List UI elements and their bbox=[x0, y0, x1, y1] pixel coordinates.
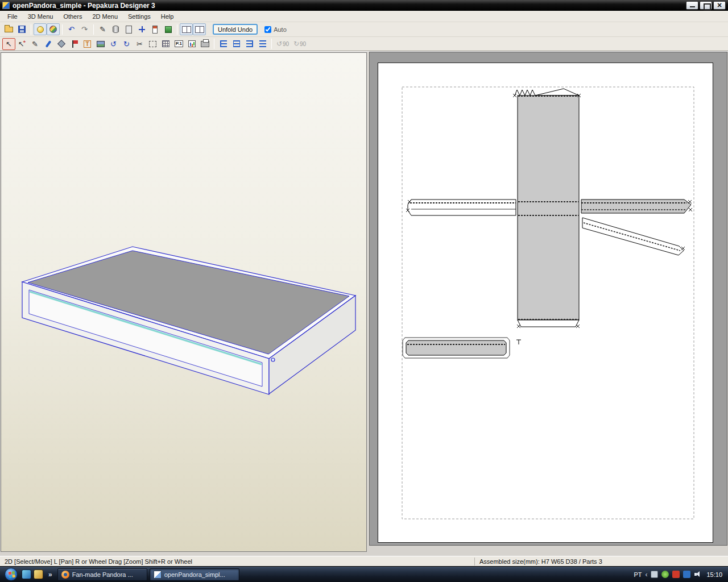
statusbar: 2D [Select/Move] L [Pan] R or Wheel Drag… bbox=[0, 556, 728, 566]
edit-mode-icon: ✎ bbox=[100, 26, 106, 33]
unfold-piece-diagonal-strip[interactable] bbox=[582, 218, 684, 255]
texture-view-button[interactable] bbox=[47, 23, 60, 35]
rotate-right-button[interactable]: ↻ bbox=[120, 38, 133, 50]
open-icon bbox=[5, 27, 13, 32]
page-number-icon: P.1 bbox=[175, 40, 183, 47]
menu-file[interactable]: File bbox=[2, 12, 23, 21]
menu-help[interactable]: Help bbox=[156, 12, 179, 21]
text-tool-button[interactable] bbox=[81, 38, 94, 50]
language-indicator[interactable]: PT bbox=[634, 571, 642, 578]
cylinder-icon bbox=[113, 26, 119, 33]
align-center-icon bbox=[233, 40, 240, 47]
start-button[interactable] bbox=[5, 568, 18, 581]
rotate-90-left-icon: ↺ bbox=[276, 40, 282, 47]
align-left-button[interactable] bbox=[217, 38, 230, 50]
unfold-piece-right-strip[interactable] bbox=[581, 199, 691, 213]
panel-button[interactable] bbox=[148, 23, 162, 35]
menu-others[interactable]: Others bbox=[58, 12, 87, 21]
open-button[interactable] bbox=[2, 23, 15, 35]
distribute-icon bbox=[259, 40, 266, 47]
report-button[interactable] bbox=[185, 38, 198, 50]
edit-mode-button[interactable]: ✎ bbox=[96, 23, 109, 35]
3d-view[interactable] bbox=[1, 52, 367, 552]
axis-pin-button[interactable] bbox=[135, 23, 148, 35]
display-icon[interactable] bbox=[683, 571, 690, 578]
redo-button[interactable]: ↷ bbox=[78, 23, 91, 35]
taskbar-button-label: Fan-made Pandora ... bbox=[72, 571, 133, 578]
update-icon[interactable] bbox=[661, 571, 669, 578]
flag-tool-icon bbox=[71, 40, 78, 48]
unfold-undo-button[interactable]: Unfold Undo bbox=[213, 24, 258, 35]
workspace bbox=[0, 51, 728, 556]
taskbar-button-pepakura[interactable]: openPandora_simpl... bbox=[150, 568, 239, 581]
save-icon bbox=[18, 26, 26, 33]
select-add-tool-button[interactable]: ↖+ bbox=[15, 38, 28, 50]
flag-tool-button[interactable] bbox=[68, 38, 81, 50]
window-layout-right-button[interactable] bbox=[193, 23, 206, 35]
menubar: File 3D Menu Others 2D Menu Settings Hel… bbox=[0, 11, 728, 22]
rotate-90-right-icon: ↻ bbox=[293, 40, 299, 47]
column-button[interactable] bbox=[122, 23, 135, 35]
report-icon bbox=[188, 40, 196, 47]
taskbar-button-browser[interactable]: Fan-made Pandora ... bbox=[57, 568, 147, 581]
rotate-left-button[interactable]: ↺ bbox=[107, 38, 120, 50]
window-layout-left-icon bbox=[182, 26, 191, 33]
join-divide-tool-button[interactable] bbox=[55, 38, 68, 50]
unfold-piece-bottom-strip[interactable] bbox=[403, 338, 510, 358]
close-button[interactable] bbox=[713, 1, 726, 10]
menu-settings[interactable]: Settings bbox=[123, 12, 156, 21]
auto-checkbox[interactable] bbox=[264, 26, 271, 33]
cylinder-button[interactable] bbox=[109, 23, 122, 35]
app-window: openPandora_simple - Pepakura Designer 3… bbox=[0, 0, 728, 582]
volume-icon[interactable] bbox=[694, 571, 701, 578]
titlebar: openPandora_simple - Pepakura Designer 3 bbox=[0, 0, 728, 11]
tray-expand-chevron[interactable]: ‹ bbox=[645, 571, 647, 579]
print-button[interactable] bbox=[198, 38, 212, 50]
unfold-piece-main[interactable] bbox=[515, 89, 579, 327]
save-button[interactable] bbox=[15, 23, 28, 35]
unfold-piece-left-strip[interactable] bbox=[408, 199, 516, 215]
separator bbox=[62, 24, 63, 35]
auto-checkbox-label: Auto bbox=[274, 26, 287, 33]
window-title: openPandora_simple - Pepakura Designer 3 bbox=[13, 2, 155, 10]
quick-launch-overflow-chevron[interactable]: » bbox=[48, 571, 52, 579]
grid-button[interactable] bbox=[159, 38, 172, 50]
brush-tool-button[interactable] bbox=[42, 38, 55, 50]
panel-icon bbox=[152, 26, 158, 34]
network-icon[interactable] bbox=[651, 571, 658, 578]
antivirus-icon[interactable] bbox=[672, 571, 680, 578]
2d-view[interactable] bbox=[369, 52, 727, 546]
clock: 15:10 bbox=[706, 571, 722, 578]
maximize-button[interactable] bbox=[700, 1, 712, 10]
taskbar-button-label: openPandora_simpl... bbox=[164, 571, 225, 578]
window-layout-left-button[interactable] bbox=[180, 23, 193, 35]
page-number-button[interactable]: P.1 bbox=[172, 38, 185, 50]
light-toggle-button[interactable] bbox=[34, 23, 47, 35]
desktop-icon[interactable] bbox=[22, 569, 31, 579]
rotate-90-left-button[interactable]: ↺90 bbox=[274, 38, 291, 49]
menu-2d-menu[interactable]: 2D Menu bbox=[87, 12, 123, 21]
minimize-button[interactable] bbox=[686, 1, 698, 10]
material-button[interactable] bbox=[162, 23, 175, 35]
firefox-icon bbox=[61, 571, 69, 579]
material-icon bbox=[165, 26, 172, 33]
align-right-button[interactable] bbox=[243, 38, 256, 50]
marquee-tool-button[interactable] bbox=[146, 38, 159, 50]
menu-3d-menu[interactable]: 3D Menu bbox=[23, 12, 59, 21]
status-hint: 2D [Select/Move] L [Pan] R or Wheel Drag… bbox=[0, 558, 475, 566]
image-tool-button[interactable] bbox=[94, 38, 107, 50]
distribute-button[interactable] bbox=[256, 38, 269, 50]
align-center-button[interactable] bbox=[230, 38, 243, 50]
t-mark bbox=[516, 340, 521, 344]
system-tray: PT ‹ 15:10 bbox=[634, 571, 726, 579]
explorer-icon[interactable] bbox=[34, 569, 43, 579]
rotate-90-right-label: 90 bbox=[300, 41, 306, 47]
select-move-tool-button[interactable]: ↖ bbox=[2, 38, 15, 50]
cut-tool-button[interactable]: ✂ bbox=[133, 38, 146, 50]
undo-button[interactable]: ↶ bbox=[65, 23, 78, 35]
edit-flap-tool-button[interactable]: ✎ bbox=[28, 38, 42, 50]
rotate-90-right-button[interactable]: ↻90 bbox=[291, 38, 308, 49]
toolbar-2d-tools: ↖ ↖+ ✎ ↺ ↻ ✂ P.1 ↺90 ↻90 bbox=[0, 37, 728, 51]
undo-icon: ↶ bbox=[68, 26, 75, 33]
app-icon bbox=[2, 2, 10, 9]
